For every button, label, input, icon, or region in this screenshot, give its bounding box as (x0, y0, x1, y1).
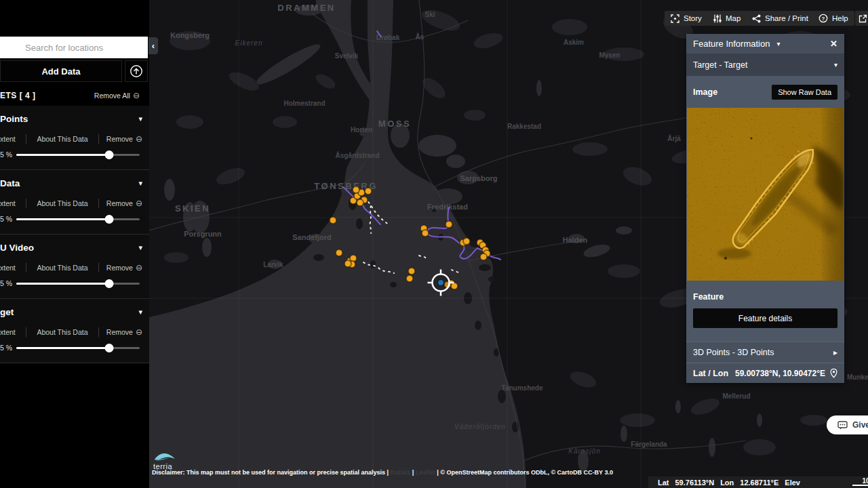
feature-details-button[interactable]: Feature details (693, 308, 837, 328)
opacity-slider[interactable] (16, 347, 140, 349)
point-marker[interactable] (357, 199, 363, 206)
remove-all-icon: ⊖ (133, 92, 140, 100)
remove-button[interactable]: Remove⊖ (99, 328, 149, 336)
story-button[interactable]: Story (665, 11, 708, 26)
zoom-to-extent-button[interactable]: xtent (0, 328, 26, 336)
feedback-chat-icon (837, 421, 848, 430)
point-marker[interactable] (330, 217, 336, 224)
help-button[interactable]: ? Help (812, 11, 854, 26)
about-data-button[interactable]: About This Data (26, 199, 98, 207)
chevron-down-icon[interactable]: ▾ (138, 179, 142, 188)
share-print-button[interactable]: Share / Print (746, 11, 814, 26)
app: DRAMMENKongsbergEikerenDrøbakSvelvikSkiÅ… (0, 0, 868, 488)
about-data-button[interactable]: About This Data (26, 328, 98, 336)
terria-wave-icon (153, 451, 176, 462)
lat-label: Lat (658, 479, 669, 487)
dataset-title[interactable]: Data (0, 178, 20, 188)
point-marker[interactable] (446, 221, 452, 228)
point-marker[interactable] (336, 249, 342, 256)
slider-knob[interactable] (104, 215, 113, 224)
upload-icon (130, 64, 143, 78)
zoom-to-extent-button[interactable]: xtent (0, 135, 26, 143)
fullscreen-button[interactable] (855, 11, 868, 26)
latlon-value: 59.00738°N, 10.90472°E (735, 369, 825, 378)
close-icon[interactable]: ✕ (830, 39, 837, 49)
sidebar: Add Data ETS [ 4 ] Remove All⊖ Points▾ x… (0, 0, 149, 488)
point-marker[interactable] (353, 186, 359, 193)
panel-title: Feature Information (693, 39, 770, 49)
external-link-icon (859, 14, 867, 23)
point-marker[interactable] (344, 260, 351, 267)
show-raw-data-button[interactable]: Show Raw Data (772, 85, 837, 100)
point-marker[interactable] (480, 253, 487, 260)
sliders-icon (713, 14, 722, 23)
sonar-wreck-image (687, 108, 844, 281)
lon-label: Lon (720, 479, 734, 487)
zoom-to-extent-button[interactable]: xtent (0, 199, 26, 207)
point-marker[interactable] (408, 268, 415, 274)
add-data-button[interactable]: Add Data (0, 60, 122, 82)
workbench-item: get▾ xtent About This Data Remove⊖ 5 % (0, 299, 149, 363)
location-pin-icon[interactable] (829, 368, 839, 378)
chevron-down-icon: ▾ (834, 61, 837, 68)
chevron-right-icon: ▸ (833, 348, 837, 357)
collapse-sidebar-button[interactable]: ‹ (149, 37, 158, 54)
point-marker[interactable] (406, 275, 413, 282)
lat-value: 59.76113°N (675, 479, 715, 487)
search-box (0, 37, 148, 58)
give-feedback-button[interactable]: Give Feedback (827, 415, 868, 434)
dataset-title[interactable]: Points (0, 114, 28, 124)
workbench-item: Data▾ xtent About This Data Remove⊖ 5 % (0, 170, 149, 235)
opacity-slider[interactable] (16, 154, 140, 156)
datasets-count-label: ETS [ 4 ] (0, 91, 36, 100)
workbench-item: U Video▾ xtent About This Data Remove⊖ 5… (0, 235, 149, 299)
opacity-value: 5 % (0, 344, 16, 352)
feature-info-header[interactable]: Feature Information ▾ ✕ (686, 34, 844, 54)
data61-link[interactable]: Data61 (391, 469, 411, 476)
workbench-item: Points▾ xtent About This Data Remove⊖ 5 … (0, 106, 149, 170)
chevron-down-icon[interactable]: ▾ (138, 243, 142, 252)
leaflet-link[interactable]: Leaflet (416, 469, 435, 476)
map-scale-bar: 10 (852, 477, 868, 486)
chevron-down-icon[interactable]: ▾ (138, 308, 142, 317)
terria-logo[interactable]: terria (153, 451, 176, 470)
remove-icon: ⊖ (136, 264, 142, 272)
opacity-value: 5 % (0, 279, 16, 287)
chevron-down-icon[interactable]: ▾ (138, 115, 142, 123)
about-data-button[interactable]: About This Data (26, 135, 98, 143)
share-icon (752, 14, 761, 23)
remove-button[interactable]: Remove⊖ (99, 264, 149, 272)
elev-label: Elev (785, 479, 800, 487)
about-data-button[interactable]: About This Data (26, 264, 98, 272)
chevron-down-icon[interactable]: ▾ (776, 40, 780, 47)
zoom-to-extent-button[interactable]: xtent (0, 264, 26, 272)
point-marker[interactable] (444, 281, 451, 288)
search-input[interactable] (0, 37, 148, 58)
point-marker[interactable] (451, 283, 458, 289)
map-settings-button[interactable]: Map (707, 11, 747, 26)
slider-knob[interactable] (104, 279, 113, 288)
map-attribution: Disclaimer: This map must not be used fo… (152, 469, 613, 476)
dataset-title[interactable]: U Video (0, 243, 34, 253)
workbench-list: Points▾ xtent About This Data Remove⊖ 5 … (0, 106, 149, 363)
opacity-slider[interactable] (16, 283, 140, 285)
lon-value: 12.68711°E (740, 479, 778, 487)
upload-button[interactable] (125, 60, 148, 82)
remove-icon: ⊖ (136, 135, 142, 143)
points-feature-row[interactable]: 3D Points - 3D Points ▸ (686, 342, 844, 363)
point-marker[interactable] (365, 188, 372, 195)
point-marker[interactable] (422, 230, 429, 237)
feature-info-panel: Feature Information ▾ ✕ Target - Target … (686, 34, 844, 383)
dataset-title[interactable]: get (0, 307, 14, 317)
remove-button[interactable]: Remove⊖ (99, 199, 149, 207)
remove-button[interactable]: Remove⊖ (99, 135, 149, 143)
slider-knob[interactable] (104, 150, 113, 159)
slider-knob[interactable] (104, 344, 113, 352)
remove-all-button[interactable]: Remove All⊖ (94, 92, 140, 100)
point-marker[interactable] (463, 238, 470, 245)
opacity-slider[interactable] (16, 218, 140, 220)
opacity-value: 5 % (0, 215, 16, 223)
image-section-label: Image (693, 87, 717, 97)
location-status-bar[interactable]: Lat 59.76113°N Lon 12.68711°E Elev 10 (648, 476, 868, 488)
feature-selector-row[interactable]: Target - Target ▾ (686, 54, 844, 76)
